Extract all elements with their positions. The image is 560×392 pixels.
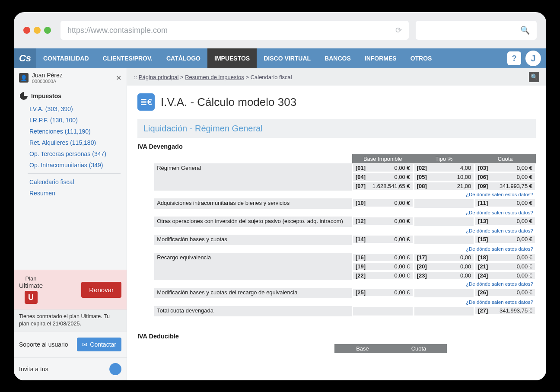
col-cuota2: Cuota — [391, 344, 447, 353]
page-title-row: ≣€ I.V.A. - Cálculo modelo 303 — [137, 93, 536, 111]
cell-07: [07]1.628.541,65 € — [353, 182, 413, 190]
plan-box: Plan Ultimate U Renovar — [14, 270, 127, 309]
cell-10: [10]0,00 € — [353, 199, 413, 207]
help-link[interactable]: ¿De dónde salen estos datos? — [154, 280, 536, 288]
col-tipo: Tipo % — [414, 154, 475, 163]
support-row: Soporte al usuario ✉ Contactar — [14, 331, 127, 357]
cell-06: [06]0,00 € — [475, 173, 535, 181]
cell-05: [05]10,00 — [414, 173, 474, 181]
sidebar-section-title: Impuestos — [31, 92, 61, 99]
row-desc: Adquisiciones intracomunitarias de biene… — [154, 198, 352, 209]
cell-16: [16]0,00 € — [353, 254, 413, 261]
help-link[interactable]: ¿De dónde salen estos datos? — [154, 245, 536, 253]
address-bar[interactable]: https://www.contasimple.com ⟳ — [60, 21, 409, 40]
renew-button[interactable]: Renovar — [81, 282, 121, 298]
row-desc: Total cuota devengada — [154, 306, 352, 316]
nav-bancos[interactable]: BANCOS — [318, 48, 358, 68]
close-window-icon[interactable] — [23, 27, 30, 34]
sidebar-link2-1[interactable]: Resumen — [14, 188, 127, 199]
cell-25: [25]0,00 € — [353, 289, 413, 296]
cell-20: [20]0,00 — [414, 263, 474, 270]
cell-11: [11]0,00 € — [475, 199, 535, 207]
refresh-icon[interactable]: ⟳ — [395, 25, 402, 35]
sidebar-link2-0[interactable]: Calendario fiscal — [14, 176, 127, 188]
sidebar-link-4[interactable]: Op. Terceras personas (347) — [14, 148, 127, 159]
browser-chrome: https://www.contasimple.com ⟳ 🔍 — [14, 12, 546, 48]
nav-discovirtual[interactable]: DISCO VIRTUAL — [257, 48, 318, 68]
help-link[interactable]: ¿De dónde salen estos datos? — [154, 209, 536, 217]
sidebar-link-1[interactable]: I.R.P.F. (130, 100) — [14, 115, 127, 126]
cell-22: [22]0,00 € — [353, 272, 413, 279]
sidebar-link-3[interactable]: Ret. Alquileres (115,180) — [14, 137, 127, 148]
share-icon[interactable] — [109, 363, 121, 375]
sidebar-link-0[interactable]: I.V.A. (303, 390) — [14, 103, 127, 115]
user-name: Juan Pérez — [32, 72, 116, 79]
plan-badge: U — [25, 291, 38, 304]
row-desc: Recargo equivalencia — [154, 253, 352, 262]
sidebar-link-2[interactable]: Retenciones (111,190) — [14, 126, 127, 137]
tax-table: Base Imponible Tipo % Cuota Régimen Gene… — [137, 154, 536, 316]
sidebar-user[interactable]: 👤 Juan Pérez 00000000A ✕ — [14, 68, 127, 88]
cell-02: [02]4,00 — [414, 164, 474, 172]
page-title: I.V.A. - Cálculo modelo 303 — [161, 96, 296, 109]
row-desc — [154, 262, 352, 271]
minimize-window-icon[interactable] — [34, 27, 41, 34]
page-search-button[interactable]: 🔍 — [529, 72, 539, 82]
cell-23: [23]0,00 — [414, 272, 474, 279]
pie-chart-icon — [20, 92, 28, 100]
maximize-window-icon[interactable] — [44, 27, 51, 34]
cell-08: [08]21,00 — [414, 182, 474, 190]
row-desc — [154, 182, 352, 191]
user-avatar[interactable]: J — [525, 51, 541, 66]
section-title: Liquidación - Régimen General — [143, 124, 530, 134]
subhead-deducible: IVA Deducible — [137, 333, 536, 340]
mail-icon: ✉ — [82, 341, 87, 348]
plan-line2: Ultimate — [19, 282, 43, 289]
contact-button[interactable]: ✉ Contactar — [77, 338, 121, 351]
cell-27: [27]341.993,75 € — [475, 307, 535, 314]
sidebar-section-header: Impuestos — [14, 88, 127, 102]
invite-label: Invita a tus — [19, 366, 48, 373]
col-cuota: Cuota — [474, 154, 536, 163]
cell-13: [13]0,00 € — [475, 217, 535, 225]
col-base: Base Imponible — [352, 154, 414, 163]
tax-table-2: Base Cuota — [137, 344, 536, 353]
cell-21: [21]0,00 € — [475, 263, 535, 270]
sidebar-link-5[interactable]: Op. Intracomunitarias (349) — [14, 159, 127, 171]
plan-note: Tienes contratado el plan Ultimate. Tu p… — [14, 309, 127, 331]
top-nav: Cs CONTABILIDADCLIENTES/PROV.CATÁLOGOIMP… — [14, 48, 546, 68]
row-desc: Otras operaciones con inversión del suje… — [154, 217, 352, 227]
crumb-resumen[interactable]: Resumen de impuestos — [185, 74, 244, 80]
nav-informes[interactable]: INFORMES — [358, 48, 404, 68]
row-desc — [154, 172, 352, 182]
cell-14: [14]0,00 € — [353, 236, 413, 243]
person-icon: 👤 — [19, 73, 29, 83]
cell-18: [18]0,00 € — [475, 254, 535, 261]
nav-otros[interactable]: OTROS — [404, 48, 439, 68]
subhead-devengado: IVA Devengado — [137, 143, 536, 150]
cell-12: [12]0,00 € — [353, 217, 413, 225]
section-header: Liquidación - Régimen General — [137, 119, 536, 138]
help-link[interactable]: ¿De dónde salen estos datos? — [154, 191, 536, 198]
row-desc: Modificación bases y cuotas — [154, 235, 352, 245]
cell-09: [09]341.993,75 € — [475, 182, 535, 190]
url-text: https://www.contasimple.com — [67, 26, 168, 35]
help-link[interactable]: ¿De dónde salen estos datos? — [154, 298, 536, 306]
user-id: 00000000A — [32, 79, 116, 84]
shuffle-icon[interactable]: ✕ — [116, 74, 121, 82]
help-link[interactable]: ¿De dónde salen estos datos? — [154, 227, 536, 235]
nav-catlogo[interactable]: CATÁLOGO — [159, 48, 207, 68]
col-base2: Base — [334, 344, 391, 353]
nav-contabilidad[interactable]: CONTABILIDAD — [36, 48, 96, 68]
nav-impuestos[interactable]: IMPUESTOS — [207, 48, 257, 68]
browser-search[interactable]: 🔍 — [416, 21, 537, 40]
cell-15: [15]0,00 € — [475, 236, 535, 243]
row-desc: Régimen General — [154, 163, 352, 172]
row-desc: Modificación bases y cuotas del recargo … — [154, 288, 352, 298]
crumb-home[interactable]: Página principal — [139, 74, 179, 80]
nav-clientesprov[interactable]: CLIENTES/PROV. — [96, 48, 159, 68]
search-icon: 🔍 — [520, 25, 530, 35]
app-logo[interactable]: Cs — [14, 48, 36, 68]
plan-line1: Plan — [19, 275, 43, 282]
help-button[interactable]: ? — [507, 51, 521, 65]
